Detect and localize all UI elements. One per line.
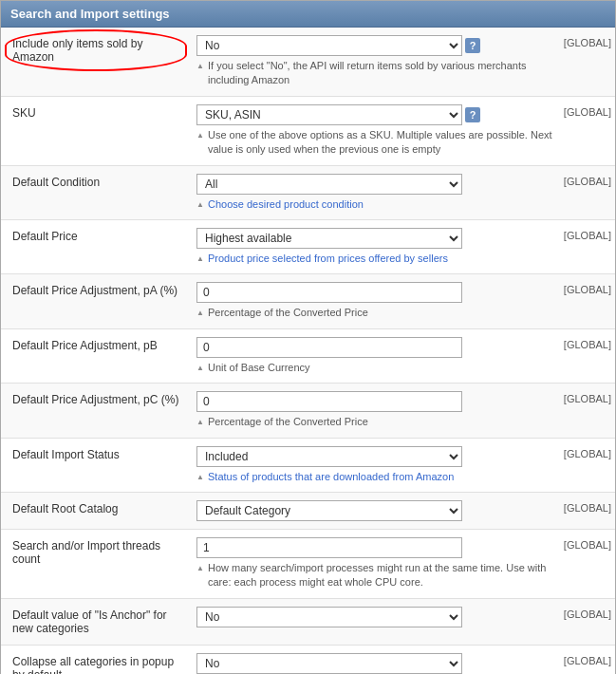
- label-sku: SKU: [1, 96, 191, 165]
- table-row: Default ConditionAllNewUsedChoose desire…: [1, 165, 615, 219]
- global-link[interactable]: [GLOBAL]: [564, 539, 611, 551]
- global-link[interactable]: [GLOBAL]: [564, 284, 611, 295]
- global-link[interactable]: [GLOBAL]: [564, 655, 611, 666]
- select-include-only[interactable]: YesNo: [196, 35, 462, 56]
- select-default-price[interactable]: Highest availableLowest availableAverage: [196, 228, 462, 249]
- global-link[interactable]: [GLOBAL]: [564, 448, 611, 459]
- global-price-adj-pb[interactable]: [GLOBAL]: [560, 328, 615, 383]
- control-default-condition: AllNewUsedChoose desired product conditi…: [191, 165, 560, 219]
- table-row: Default Price Adjustment, pA (%)Percenta…: [1, 274, 615, 328]
- label-default-import-status: Default Import Status: [1, 438, 191, 492]
- control-default-import-status: IncludedExcludedStatus of products that …: [191, 438, 560, 492]
- global-include-only[interactable]: [GLOBAL]: [560, 28, 615, 96]
- label-collapse-categories: Collapse all categories in popup by defa…: [1, 645, 191, 674]
- control-default-root-catalog: Default Category: [191, 492, 560, 529]
- hint-default-import-status: Status of products that are downloaded f…: [196, 470, 554, 484]
- control-price-adj-pc: Percentage of the Converted Price: [191, 384, 560, 438]
- global-default-price[interactable]: [GLOBAL]: [560, 219, 615, 273]
- control-is-anchor: YesNo: [191, 598, 560, 645]
- help-icon[interactable]: ?: [465, 38, 480, 53]
- label-default-condition: Default Condition: [1, 165, 191, 219]
- global-sku[interactable]: [GLOBAL]: [560, 96, 615, 165]
- settings-panel: Search and Import settings Include only …: [0, 0, 616, 674]
- global-default-import-status[interactable]: [GLOBAL]: [560, 438, 615, 492]
- control-import-threads: How many search/import processes might r…: [191, 529, 560, 598]
- table-row: Default PriceHighest availableLowest ava…: [1, 219, 615, 273]
- label-is-anchor: Default value of "Is Anchor" for new cat…: [1, 598, 191, 645]
- panel-header: Search and Import settings: [1, 1, 615, 28]
- input-price-adj-pa[interactable]: [196, 282, 462, 303]
- hint-price-adj-pc: Percentage of the Converted Price: [196, 415, 554, 429]
- table-row: Search and/or Import threads countHow ma…: [1, 529, 615, 598]
- control-price-adj-pa: Percentage of the Converted Price: [191, 274, 560, 328]
- control-price-adj-pb: Unit of Base Currency: [191, 328, 560, 383]
- control-sku: SKU, ASINASINSKU?Use one of the above op…: [191, 96, 560, 165]
- select-is-anchor[interactable]: YesNo: [196, 607, 462, 627]
- hint-link[interactable]: Product price selected from prices offer…: [208, 253, 448, 264]
- oval-highlight: Include only items sold by Amazon: [12, 37, 179, 64]
- input-price-adj-pb[interactable]: [196, 337, 462, 358]
- hint-link[interactable]: Choose desired product condition: [208, 198, 364, 210]
- hint-default-condition: Choose desired product condition: [196, 197, 554, 212]
- table-row: Default Price Adjustment, pBUnit of Base…: [1, 328, 615, 383]
- hint-price-adj-pb: Unit of Base Currency: [196, 361, 554, 375]
- global-collapse-categories[interactable]: [GLOBAL]: [560, 645, 615, 674]
- settings-table: Include only items sold by AmazonYesNo?I…: [1, 28, 615, 674]
- hint-price-adj-pa: Percentage of the Converted Price: [196, 306, 554, 320]
- select-sku[interactable]: SKU, ASINASINSKU: [196, 104, 462, 125]
- label-include-only: Include only items sold by Amazon: [1, 28, 191, 96]
- select-default-condition[interactable]: AllNewUsed: [196, 174, 462, 195]
- hint-sku: Use one of the above options as a SKU. M…: [196, 128, 554, 158]
- help-icon[interactable]: ?: [465, 107, 480, 122]
- input-import-threads[interactable]: [196, 537, 462, 558]
- global-import-threads[interactable]: [GLOBAL]: [560, 529, 615, 598]
- global-link[interactable]: [GLOBAL]: [564, 230, 611, 241]
- table-row: SKUSKU, ASINASINSKU?Use one of the above…: [1, 96, 615, 165]
- global-link[interactable]: [GLOBAL]: [564, 176, 611, 187]
- label-import-threads: Search and/or Import threads count: [1, 529, 191, 598]
- hint-default-price: Product price selected from prices offer…: [196, 252, 554, 266]
- table-row: Default Root CatalogDefault Category[GLO…: [1, 492, 615, 529]
- global-link[interactable]: [GLOBAL]: [564, 608, 611, 620]
- label-default-price: Default Price: [1, 219, 191, 273]
- control-default-price: Highest availableLowest availableAverage…: [191, 219, 560, 273]
- global-link[interactable]: [GLOBAL]: [564, 502, 611, 514]
- global-link[interactable]: [GLOBAL]: [564, 106, 611, 118]
- table-row: Default Price Adjustment, pC (%)Percenta…: [1, 384, 615, 438]
- select-default-import-status[interactable]: IncludedExcluded: [196, 446, 462, 467]
- label-price-adj-pa: Default Price Adjustment, pA (%): [1, 274, 191, 328]
- control-include-only: YesNo?If you select "No", the API will r…: [191, 28, 560, 96]
- table-row: Default value of "Is Anchor" for new cat…: [1, 598, 615, 645]
- hint-link[interactable]: Status of products that are downloaded f…: [208, 471, 454, 482]
- table-row: Default Import StatusIncludedExcludedSta…: [1, 438, 615, 492]
- label-default-root-catalog: Default Root Catalog: [1, 492, 191, 529]
- global-link[interactable]: [GLOBAL]: [564, 339, 611, 350]
- global-price-adj-pa[interactable]: [GLOBAL]: [560, 274, 615, 328]
- input-price-adj-pc[interactable]: [196, 391, 462, 412]
- label-price-adj-pb: Default Price Adjustment, pB: [1, 328, 191, 383]
- panel-title: Search and Import settings: [10, 7, 170, 21]
- global-default-root-catalog[interactable]: [GLOBAL]: [560, 492, 615, 529]
- global-link[interactable]: [GLOBAL]: [564, 37, 611, 48]
- global-link[interactable]: [GLOBAL]: [564, 393, 611, 404]
- label-price-adj-pc: Default Price Adjustment, pC (%): [1, 384, 191, 438]
- control-collapse-categories: YesNoThe popup opens at a click on the l…: [191, 645, 560, 674]
- global-default-condition[interactable]: [GLOBAL]: [560, 165, 615, 219]
- global-is-anchor[interactable]: [GLOBAL]: [560, 598, 615, 645]
- select-collapse-categories[interactable]: YesNo: [196, 653, 462, 674]
- hint-include-only: If you select "No", the API will return …: [196, 59, 554, 88]
- global-price-adj-pc[interactable]: [GLOBAL]: [560, 384, 615, 438]
- hint-import-threads: How many search/import processes might r…: [196, 561, 554, 590]
- table-row: Include only items sold by AmazonYesNo?I…: [1, 28, 615, 96]
- table-row: Collapse all categories in popup by defa…: [1, 645, 615, 674]
- select-default-root-catalog[interactable]: Default Category: [196, 500, 462, 521]
